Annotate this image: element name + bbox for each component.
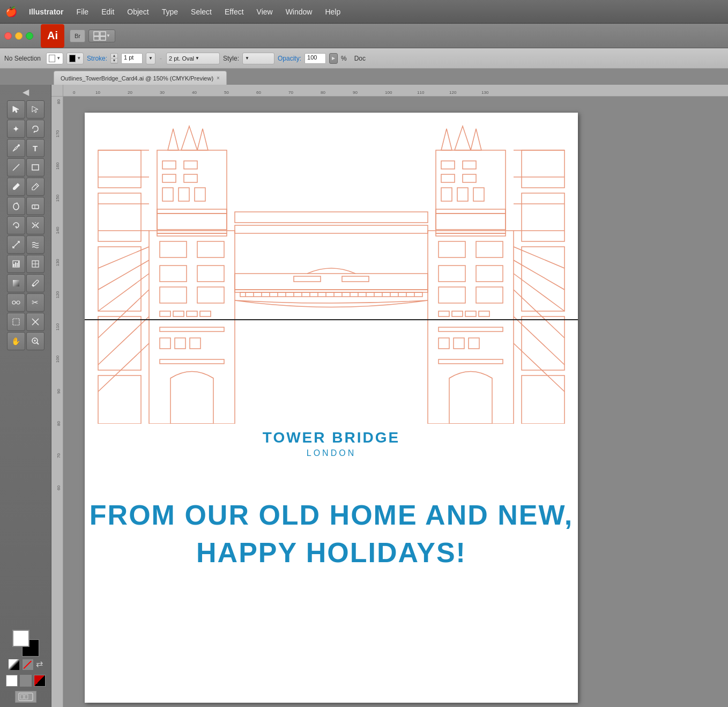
ai-logo: Ai [41, 24, 64, 48]
svg-rect-75 [441, 188, 452, 201]
maximize-window-button[interactable] [26, 32, 33, 40]
menu-select[interactable]: Select [185, 6, 217, 17]
lasso-tool[interactable] [26, 120, 44, 138]
svg-rect-91 [439, 327, 503, 332]
opacity-button[interactable]: ▶ [329, 53, 338, 64]
selection-tool[interactable] [7, 100, 25, 119]
svg-rect-151 [522, 193, 564, 241]
slice-tool[interactable] [26, 313, 44, 331]
menu-object[interactable]: Object [122, 6, 154, 17]
svg-rect-42 [184, 161, 197, 169]
close-window-button[interactable] [4, 32, 12, 40]
eyedropper-tool[interactable] [26, 274, 44, 292]
foreground-color-swatch[interactable] [12, 630, 29, 647]
svg-rect-72 [463, 161, 476, 169]
fill-selector[interactable]: ▼ [46, 53, 63, 64]
paintbrush-tool[interactable] [7, 178, 25, 196]
rotate-tool[interactable] [7, 216, 25, 234]
svg-rect-73 [441, 174, 455, 182]
svg-rect-14 [13, 264, 14, 267]
scissors-tool[interactable]: ✂ [26, 293, 44, 312]
menu-file[interactable]: File [71, 6, 94, 17]
apple-menu[interactable]: 🍎 [5, 6, 17, 18]
minimize-window-button[interactable] [15, 32, 23, 40]
svg-rect-123 [294, 276, 321, 282]
percent-label: % [341, 55, 347, 62]
eraser-tool[interactable] [26, 197, 44, 215]
svg-marker-69 [471, 129, 481, 150]
blob-brush-tool[interactable] [7, 197, 25, 215]
scroll-up-button[interactable]: ◀ [23, 87, 29, 97]
screen-mode-button[interactable] [20, 675, 32, 687]
grid-button[interactable]: ▼ [88, 30, 115, 42]
svg-rect-1 [100, 32, 106, 36]
type-tool[interactable]: T [26, 139, 44, 157]
hand-tool[interactable]: ✋ [7, 332, 25, 350]
scale-tool[interactable] [7, 235, 25, 254]
svg-rect-150 [522, 247, 564, 311]
none-swatch[interactable] [22, 659, 34, 671]
menu-edit[interactable]: Edit [96, 6, 120, 17]
normal-mode-button[interactable] [6, 675, 18, 687]
direct-selection-tool[interactable] [26, 100, 44, 119]
svg-rect-71 [441, 161, 455, 169]
svg-rect-88 [452, 311, 463, 316]
menu-type[interactable]: Type [157, 6, 183, 17]
svg-rect-82 [476, 241, 503, 257]
main-area: ◀ ✦ T [0, 85, 728, 707]
svg-rect-16 [17, 263, 18, 267]
svg-rect-85 [439, 287, 465, 303]
svg-rect-52 [197, 241, 224, 257]
svg-rect-87 [439, 311, 449, 316]
svg-rect-78 [436, 209, 506, 213]
pen-tool[interactable] [7, 139, 25, 157]
style-selector[interactable]: ▼ [242, 53, 274, 64]
pencil-tool[interactable] [26, 178, 44, 196]
mesh-tool[interactable] [26, 255, 44, 273]
reflect-tool[interactable] [26, 216, 44, 234]
svg-rect-124 [342, 276, 369, 282]
svg-rect-76 [457, 188, 468, 201]
svg-rect-83 [439, 266, 465, 282]
svg-rect-63 [175, 338, 185, 349]
tab-close-button[interactable]: × [217, 75, 220, 81]
svg-rect-153 [522, 316, 564, 370]
opacity-input[interactable]: 100 [304, 53, 326, 64]
menu-effect[interactable]: Effect [219, 6, 249, 17]
gradient-swatch[interactable] [8, 659, 20, 671]
tab-title: Outlines_TowerBridge_Card4.ai @ 150% (CM… [61, 75, 213, 82]
full-mode-button[interactable] [34, 675, 46, 687]
svg-rect-6 [32, 165, 39, 170]
svg-rect-79 [436, 213, 506, 230]
magic-wand-tool[interactable]: ✦ [7, 120, 25, 138]
stroke-value-input[interactable]: 1 pt [121, 53, 143, 64]
artboard-tool[interactable] [7, 313, 25, 331]
stroke-selector[interactable]: ▼ [66, 53, 84, 64]
menu-view[interactable]: View [251, 6, 278, 17]
zoom-tool[interactable] [26, 332, 44, 350]
svg-rect-15 [15, 262, 16, 267]
svg-marker-39 [197, 129, 208, 150]
document-tab[interactable]: Outlines_TowerBridge_Card4.ai @ 150% (CM… [54, 71, 227, 85]
stroke-dropdown[interactable]: ▼ [146, 53, 155, 64]
rectangle-tool[interactable] [26, 158, 44, 176]
menu-illustrator[interactable]: Illustrator [24, 6, 69, 17]
menu-help[interactable]: Help [320, 6, 346, 17]
blend-tool[interactable] [7, 293, 25, 312]
bridge-button[interactable]: Br [70, 30, 85, 42]
svg-rect-2 [94, 36, 99, 40]
stroke-up-down[interactable]: ▲ ▼ [110, 53, 118, 64]
svg-rect-62 [160, 338, 170, 349]
graph-tool[interactable] [7, 255, 25, 273]
brush-selector[interactable]: 2 pt. Oval ▼ [166, 53, 220, 64]
svg-rect-84 [476, 266, 503, 282]
fold-line [85, 319, 578, 320]
warp-tool[interactable] [26, 235, 44, 254]
ruler-top: 0 10 20 30 40 50 60 70 80 90 100 110 120… [63, 85, 728, 97]
menu-window[interactable]: Window [280, 6, 318, 17]
line-tool[interactable] [7, 158, 25, 176]
svg-rect-3 [100, 36, 106, 40]
swap-colors-button[interactable]: ⇄ [36, 659, 43, 671]
screen-mode-icon[interactable] [15, 691, 36, 703]
gradient-tool[interactable] [7, 274, 25, 292]
